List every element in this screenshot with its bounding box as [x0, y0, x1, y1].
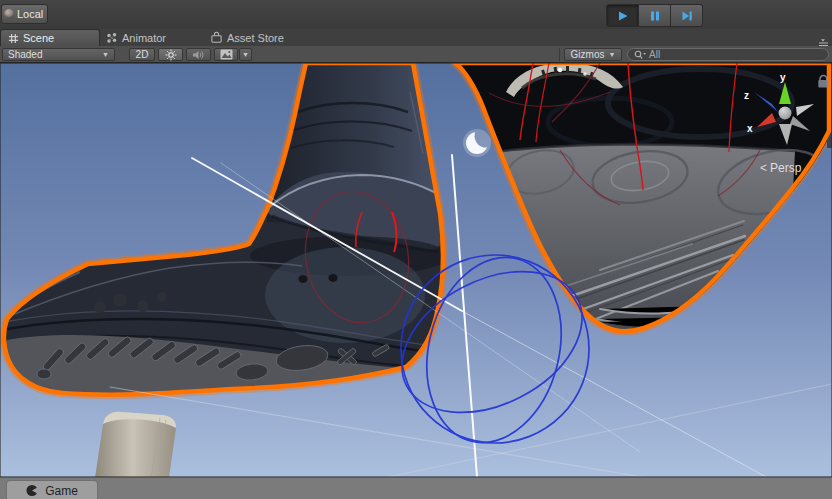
scene-tab-bar: Scene Animator Asset Store [0, 29, 832, 46]
grid-icon [8, 33, 19, 44]
gizmos-dropdown[interactable]: Gizmos ▼ [564, 48, 622, 61]
speaker-icon [192, 49, 205, 61]
2d-toggle-button[interactable]: 2D [129, 48, 155, 61]
tab-asset-store-label: Asset Store [227, 32, 284, 44]
tab-asset-store[interactable]: Asset Store [210, 29, 284, 46]
toolbar-divider [559, 48, 560, 61]
gizmos-label: Gizmos [571, 49, 605, 60]
animator-nodes-icon [106, 32, 118, 44]
playback-controls [606, 4, 703, 25]
pivot-rotation-toggle[interactable]: Local [1, 4, 48, 24]
step-icon [681, 10, 693, 22]
search-icon [634, 50, 647, 60]
chevron-down-icon: ▼ [102, 51, 109, 58]
tab-scene-label: Scene [23, 32, 54, 44]
2d-toggle-label: 2D [136, 49, 149, 60]
scene-render: y z x < Persp [0, 63, 832, 477]
scene-viewport[interactable]: y z x < Persp [0, 63, 832, 477]
gizmo-center-ball[interactable] [779, 107, 792, 120]
play-icon [617, 10, 629, 22]
main-toolbar: Local [0, 0, 832, 30]
step-button[interactable] [671, 4, 703, 27]
game-view-tab-bar: Game [0, 477, 832, 499]
scene-audio-toggle[interactable] [186, 48, 211, 61]
pivot-rotation-label: Local [17, 8, 43, 20]
effects-dropdown[interactable]: ▼ [239, 48, 252, 61]
play-button[interactable] [606, 4, 639, 27]
axis-z-label: z [744, 90, 749, 101]
lens-flare-crescent [463, 129, 491, 157]
pause-icon [649, 10, 661, 22]
game-pacman-icon [26, 484, 39, 497]
pause-button[interactable] [639, 4, 671, 27]
tab-game[interactable]: Game [6, 480, 98, 499]
chevron-down-icon: ▼ [242, 51, 249, 58]
unity-editor-window: Local Scene [0, 0, 832, 499]
cylinder-prop[interactable] [95, 412, 176, 477]
tab-animator[interactable]: Animator [106, 29, 166, 46]
tab-animator-label: Animator [122, 32, 166, 44]
projection-arrow: < [760, 161, 767, 175]
scene-lighting-toggle[interactable] [158, 48, 183, 61]
projection-label[interactable]: Persp [770, 161, 802, 175]
shading-mode-dropdown[interactable]: Shaded ▼ [2, 48, 115, 61]
search-value: All [649, 49, 660, 60]
image-icon [220, 49, 233, 60]
tab-game-label: Game [45, 484, 78, 498]
store-bag-icon [210, 31, 223, 44]
sun-icon [165, 49, 177, 61]
globe-icon [4, 9, 14, 19]
shading-mode-value: Shaded [8, 49, 102, 60]
scene-effects-toggle[interactable] [214, 48, 238, 61]
tab-scene[interactable]: Scene [0, 29, 100, 46]
scene-view-toolbar: Shaded ▼ 2D ▼ [0, 46, 832, 63]
axis-y-label: y [780, 72, 786, 83]
chevron-down-icon: ▼ [608, 51, 615, 58]
axis-x-label: x [747, 123, 753, 134]
scene-search-input[interactable]: All [627, 48, 829, 61]
